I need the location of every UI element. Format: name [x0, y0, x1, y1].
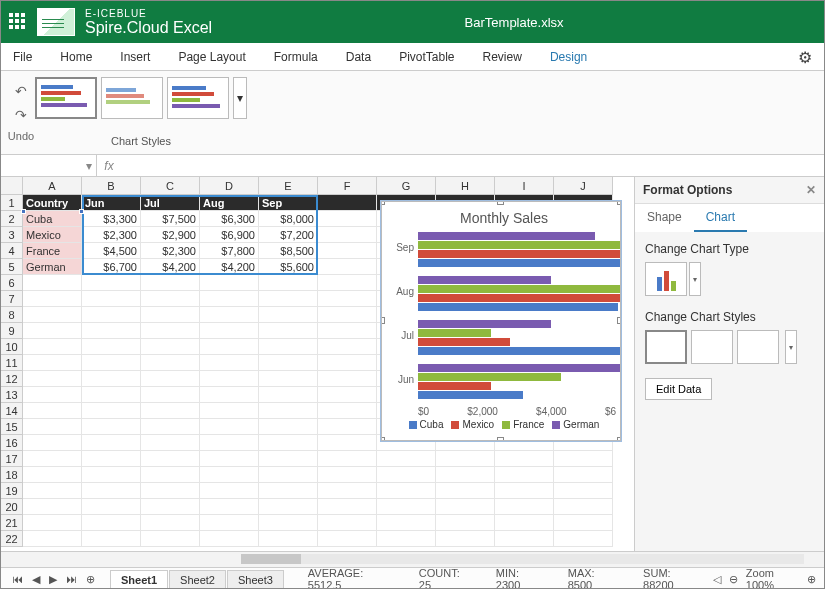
format-options-panel: Format Options ✕ Shape Chart Change Char… [634, 177, 824, 551]
panel-style-thumb-1[interactable] [645, 330, 687, 364]
fx-icon[interactable]: fx [97, 159, 121, 173]
status-sum: SUM: 88200 [643, 567, 701, 589]
change-chart-type-label: Change Chart Type [645, 242, 814, 256]
zoom-in-icon[interactable]: ⊕ [807, 573, 816, 586]
ribbon-group-label: Chart Styles [111, 135, 171, 147]
menu-insert[interactable]: Insert [120, 50, 150, 64]
status-bar: ⏮ ◀ ▶ ⏭ ⊕ Sheet1 Sheet2 Sheet3 AVERAGE: … [1, 567, 824, 589]
status-count: COUNT: 25 [419, 567, 472, 589]
chart-type-button[interactable] [645, 262, 687, 296]
add-sheet-icon[interactable]: ⊕ [83, 573, 98, 586]
menu-pivottable[interactable]: PivotTable [399, 50, 454, 64]
formula-bar: ▾ fx [1, 155, 824, 177]
menu-formula[interactable]: Formula [274, 50, 318, 64]
zoom-label: Zoom 100% [746, 567, 799, 589]
row-headers[interactable]: 12345678910111213141516171819202122 [1, 195, 23, 547]
panel-tab-chart[interactable]: Chart [694, 204, 747, 232]
menu-home[interactable]: Home [60, 50, 92, 64]
sheet-tab-1[interactable]: Sheet1 [110, 570, 168, 589]
document-title: BarTemplate.xlsx [212, 15, 816, 30]
menu-review[interactable]: Review [483, 50, 522, 64]
chart-styles-gallery: ▾ [35, 77, 247, 119]
panel-title: Format Options [643, 183, 732, 197]
sheet-nav-first-icon[interactable]: ⏮ [9, 573, 26, 585]
embedded-chart[interactable]: Monthly Sales SepAugJulJun $0$2,000$4,00… [381, 201, 621, 441]
sheet-tab-3[interactable]: Sheet3 [227, 570, 284, 589]
redo-icon[interactable]: ↷ [15, 107, 27, 123]
chart-style-thumb-3[interactable] [167, 77, 229, 119]
panel-style-more-icon[interactable]: ▾ [785, 330, 797, 364]
chart-plot-area: SepAugJulJun [418, 232, 616, 402]
horizontal-scrollbar[interactable] [1, 551, 824, 567]
menu-file[interactable]: File [13, 50, 32, 64]
brand: E-ICEBLUE Spire.Cloud Excel [85, 8, 212, 37]
chart-style-thumb-2[interactable] [101, 77, 163, 119]
app-logo-icon [37, 8, 75, 36]
edit-data-button[interactable]: Edit Data [645, 378, 712, 400]
panel-style-thumb-2[interactable] [691, 330, 733, 364]
settings-gear-icon[interactable]: ⚙ [798, 48, 812, 67]
menu-data[interactable]: Data [346, 50, 371, 64]
formula-input[interactable] [121, 156, 824, 176]
undo-icon[interactable]: ↶ [15, 83, 27, 99]
status-average: AVERAGE: 5512.5 [308, 567, 395, 589]
sheet-tab-2[interactable]: Sheet2 [169, 570, 226, 589]
change-chart-styles-label: Change Chart Styles [645, 310, 814, 324]
name-box[interactable]: ▾ [1, 155, 97, 177]
panel-tab-shape[interactable]: Shape [635, 204, 694, 232]
sheet-tabs: Sheet1 Sheet2 Sheet3 [110, 570, 284, 589]
sheet-nav: ⏮ ◀ ▶ ⏭ ⊕ [9, 573, 98, 586]
status-max: MAX: 8500 [568, 567, 619, 589]
spreadsheet-grid[interactable]: ABCDEFGHIJ 12345678910111213141516171819… [1, 177, 634, 551]
app-launcher-icon[interactable] [9, 13, 27, 31]
chart-style-more-icon[interactable]: ▾ [233, 77, 247, 119]
undo-label: Undo [8, 130, 34, 142]
sheet-nav-last-icon[interactable]: ⏭ [63, 573, 80, 585]
sheet-nav-next-icon[interactable]: ▶ [46, 573, 60, 586]
chart-type-dropdown-icon[interactable]: ▾ [689, 262, 701, 296]
menu-page-layout[interactable]: Page Layout [178, 50, 245, 64]
sheet-nav-prev-icon[interactable]: ◀ [29, 573, 43, 586]
status-min: MIN: 2300 [496, 567, 544, 589]
zoom-out-icon[interactable]: ⊖ [729, 573, 738, 586]
workarea: ABCDEFGHIJ 12345678910111213141516171819… [1, 177, 824, 551]
panel-style-thumb-3[interactable] [737, 330, 779, 364]
title-bar: E-ICEBLUE Spire.Cloud Excel BarTemplate.… [1, 1, 824, 43]
panel-close-icon[interactable]: ✕ [806, 183, 816, 197]
chart-style-thumb-1[interactable] [35, 77, 97, 119]
column-headers[interactable]: ABCDEFGHIJ [23, 177, 613, 195]
chart-title: Monthly Sales [392, 210, 616, 226]
menu-design[interactable]: Design [550, 50, 587, 64]
menu-bar: File Home Insert Page Layout Formula Dat… [1, 43, 824, 71]
select-all-corner[interactable] [1, 177, 23, 195]
ribbon: ↶ ↷ Undo ▾ Chart Styles [1, 71, 824, 155]
brand-small: E-ICEBLUE [85, 8, 212, 19]
chart-legend: CubaMexicoFranceGerman [392, 419, 616, 430]
brand-name: Spire.Cloud Excel [85, 19, 212, 37]
send-icon[interactable]: ◁ [713, 573, 721, 586]
chart-x-axis: $0$2,000$4,000$6 [418, 406, 616, 417]
